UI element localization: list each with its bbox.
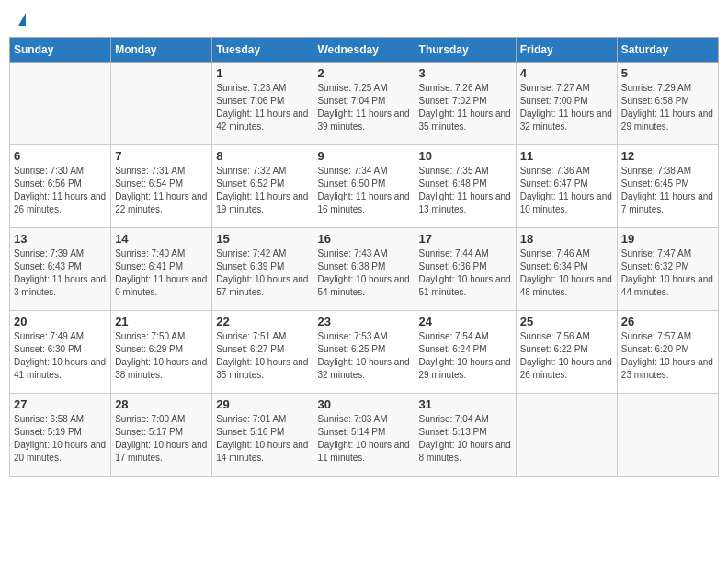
calendar-cell: 6Sunrise: 7:30 AM Sunset: 6:56 PM Daylig…	[10, 145, 111, 228]
cell-info: Sunrise: 7:23 AM Sunset: 7:06 PM Dayligh…	[216, 82, 309, 133]
calendar-cell: 15Sunrise: 7:42 AM Sunset: 6:39 PM Dayli…	[212, 228, 313, 311]
calendar-cell: 13Sunrise: 7:39 AM Sunset: 6:43 PM Dayli…	[10, 228, 111, 311]
calendar-cell: 4Sunrise: 7:27 AM Sunset: 7:00 PM Daylig…	[516, 63, 617, 145]
cell-info: Sunrise: 7:53 AM Sunset: 6:25 PM Dayligh…	[317, 330, 410, 382]
calendar-cell	[111, 63, 212, 145]
calendar-cell: 12Sunrise: 7:38 AM Sunset: 6:45 PM Dayli…	[617, 145, 718, 228]
calendar-cell: 27Sunrise: 6:58 AM Sunset: 5:19 PM Dayli…	[10, 394, 111, 477]
calendar-week-row: 1Sunrise: 7:23 AM Sunset: 7:06 PM Daylig…	[10, 63, 719, 145]
weekday-header: Tuesday	[212, 38, 313, 63]
calendar-cell: 3Sunrise: 7:26 AM Sunset: 7:02 PM Daylig…	[415, 63, 516, 145]
calendar-cell: 16Sunrise: 7:43 AM Sunset: 6:38 PM Dayli…	[313, 228, 415, 311]
calendar-cell: 19Sunrise: 7:47 AM Sunset: 6:32 PM Dayli…	[617, 228, 718, 311]
cell-info: Sunrise: 7:25 AM Sunset: 7:04 PM Dayligh…	[317, 82, 410, 133]
calendar-cell: 25Sunrise: 7:56 AM Sunset: 6:22 PM Dayli…	[516, 311, 617, 394]
cell-date: 28	[115, 397, 208, 411]
calendar-body: 1Sunrise: 7:23 AM Sunset: 7:06 PM Daylig…	[10, 63, 719, 477]
cell-info: Sunrise: 7:34 AM Sunset: 6:50 PM Dayligh…	[317, 165, 410, 216]
calendar-cell: 18Sunrise: 7:46 AM Sunset: 6:34 PM Dayli…	[516, 228, 617, 311]
cell-date: 21	[115, 315, 208, 328]
cell-info: Sunrise: 7:57 AM Sunset: 6:20 PM Dayligh…	[621, 330, 714, 382]
cell-info: Sunrise: 7:35 AM Sunset: 6:48 PM Dayligh…	[419, 165, 512, 216]
cell-info: Sunrise: 7:38 AM Sunset: 6:45 PM Dayligh…	[621, 165, 714, 216]
cell-date: 1	[216, 66, 309, 80]
cell-info: Sunrise: 7:04 AM Sunset: 5:13 PM Dayligh…	[419, 413, 512, 465]
cell-info: Sunrise: 7:56 AM Sunset: 6:22 PM Dayligh…	[520, 330, 613, 382]
cell-info: Sunrise: 7:03 AM Sunset: 5:14 PM Dayligh…	[317, 413, 410, 465]
cell-date: 10	[419, 149, 512, 163]
cell-date: 3	[419, 66, 512, 80]
cell-date: 26	[621, 315, 714, 328]
cell-date: 5	[621, 66, 714, 80]
cell-info: Sunrise: 7:29 AM Sunset: 6:58 PM Dayligh…	[621, 82, 714, 133]
cell-date: 20	[14, 315, 107, 328]
calendar-week-row: 20Sunrise: 7:49 AM Sunset: 6:30 PM Dayli…	[10, 311, 719, 394]
calendar-cell: 14Sunrise: 7:40 AM Sunset: 6:41 PM Dayli…	[111, 228, 212, 311]
cell-info: Sunrise: 7:43 AM Sunset: 6:38 PM Dayligh…	[317, 247, 410, 299]
cell-date: 16	[317, 232, 410, 246]
calendar-cell	[516, 394, 617, 477]
cell-date: 15	[216, 232, 309, 246]
cell-info: Sunrise: 7:27 AM Sunset: 7:00 PM Dayligh…	[520, 82, 613, 133]
calendar-week-row: 13Sunrise: 7:39 AM Sunset: 6:43 PM Dayli…	[10, 228, 719, 311]
cell-date: 23	[317, 315, 410, 328]
cell-info: Sunrise: 6:58 AM Sunset: 5:19 PM Dayligh…	[14, 413, 107, 465]
calendar-cell: 23Sunrise: 7:53 AM Sunset: 6:25 PM Dayli…	[313, 311, 415, 394]
cell-date: 25	[520, 315, 613, 328]
weekday-header: Thursday	[415, 38, 516, 63]
cell-info: Sunrise: 7:39 AM Sunset: 6:43 PM Dayligh…	[14, 247, 107, 299]
cell-date: 2	[317, 66, 410, 80]
cell-date: 13	[14, 232, 107, 246]
cell-date: 6	[14, 149, 107, 163]
logo	[17, 13, 26, 26]
calendar-cell: 17Sunrise: 7:44 AM Sunset: 6:36 PM Dayli…	[415, 228, 516, 311]
calendar-week-row: 6Sunrise: 7:30 AM Sunset: 6:56 PM Daylig…	[10, 145, 719, 228]
cell-date: 12	[621, 149, 714, 163]
cell-info: Sunrise: 7:51 AM Sunset: 6:27 PM Dayligh…	[216, 330, 309, 382]
cell-info: Sunrise: 7:26 AM Sunset: 7:02 PM Dayligh…	[419, 82, 512, 133]
cell-date: 30	[317, 397, 410, 411]
weekday-header: Saturday	[617, 38, 718, 63]
calendar-cell: 22Sunrise: 7:51 AM Sunset: 6:27 PM Dayli…	[212, 311, 313, 394]
calendar-header: SundayMondayTuesdayWednesdayThursdayFrid…	[10, 38, 719, 63]
page-header	[9, 9, 719, 29]
weekday-header: Wednesday	[313, 38, 415, 63]
weekday-header-row: SundayMondayTuesdayWednesdayThursdayFrid…	[10, 38, 719, 63]
cell-date: 14	[115, 232, 208, 246]
cell-info: Sunrise: 7:36 AM Sunset: 6:47 PM Dayligh…	[520, 165, 613, 216]
cell-info: Sunrise: 7:46 AM Sunset: 6:34 PM Dayligh…	[520, 247, 613, 299]
calendar-cell: 20Sunrise: 7:49 AM Sunset: 6:30 PM Dayli…	[10, 311, 111, 394]
cell-info: Sunrise: 7:50 AM Sunset: 6:29 PM Dayligh…	[115, 330, 208, 382]
calendar-table: SundayMondayTuesdayWednesdayThursdayFrid…	[9, 37, 719, 477]
calendar-week-row: 27Sunrise: 6:58 AM Sunset: 5:19 PM Dayli…	[10, 394, 719, 477]
cell-info: Sunrise: 7:32 AM Sunset: 6:52 PM Dayligh…	[216, 165, 309, 216]
cell-info: Sunrise: 7:40 AM Sunset: 6:41 PM Dayligh…	[115, 247, 208, 299]
cell-date: 29	[216, 397, 309, 411]
cell-date: 24	[419, 315, 512, 328]
cell-info: Sunrise: 7:01 AM Sunset: 5:16 PM Dayligh…	[216, 413, 309, 465]
cell-info: Sunrise: 7:54 AM Sunset: 6:24 PM Dayligh…	[419, 330, 512, 382]
cell-date: 4	[520, 66, 613, 80]
cell-date: 31	[419, 397, 512, 411]
cell-date: 11	[520, 149, 613, 163]
cell-date: 18	[520, 232, 613, 246]
calendar-cell	[10, 63, 111, 145]
cell-info: Sunrise: 7:31 AM Sunset: 6:54 PM Dayligh…	[115, 165, 208, 216]
calendar-cell: 29Sunrise: 7:01 AM Sunset: 5:16 PM Dayli…	[212, 394, 313, 477]
calendar-cell: 31Sunrise: 7:04 AM Sunset: 5:13 PM Dayli…	[415, 394, 516, 477]
cell-date: 17	[419, 232, 512, 246]
calendar-cell: 28Sunrise: 7:00 AM Sunset: 5:17 PM Dayli…	[111, 394, 212, 477]
calendar-cell: 30Sunrise: 7:03 AM Sunset: 5:14 PM Dayli…	[313, 394, 415, 477]
cell-info: Sunrise: 7:49 AM Sunset: 6:30 PM Dayligh…	[14, 330, 107, 382]
weekday-header: Friday	[516, 38, 617, 63]
calendar-cell: 24Sunrise: 7:54 AM Sunset: 6:24 PM Dayli…	[415, 311, 516, 394]
cell-info: Sunrise: 7:30 AM Sunset: 6:56 PM Dayligh…	[14, 165, 107, 216]
weekday-header: Monday	[111, 38, 212, 63]
calendar-cell: 7Sunrise: 7:31 AM Sunset: 6:54 PM Daylig…	[111, 145, 212, 228]
cell-info: Sunrise: 7:00 AM Sunset: 5:17 PM Dayligh…	[115, 413, 208, 465]
cell-date: 7	[115, 149, 208, 163]
cell-date: 19	[621, 232, 714, 246]
cell-date: 27	[14, 397, 107, 411]
calendar-cell: 10Sunrise: 7:35 AM Sunset: 6:48 PM Dayli…	[415, 145, 516, 228]
calendar-cell: 26Sunrise: 7:57 AM Sunset: 6:20 PM Dayli…	[617, 311, 718, 394]
